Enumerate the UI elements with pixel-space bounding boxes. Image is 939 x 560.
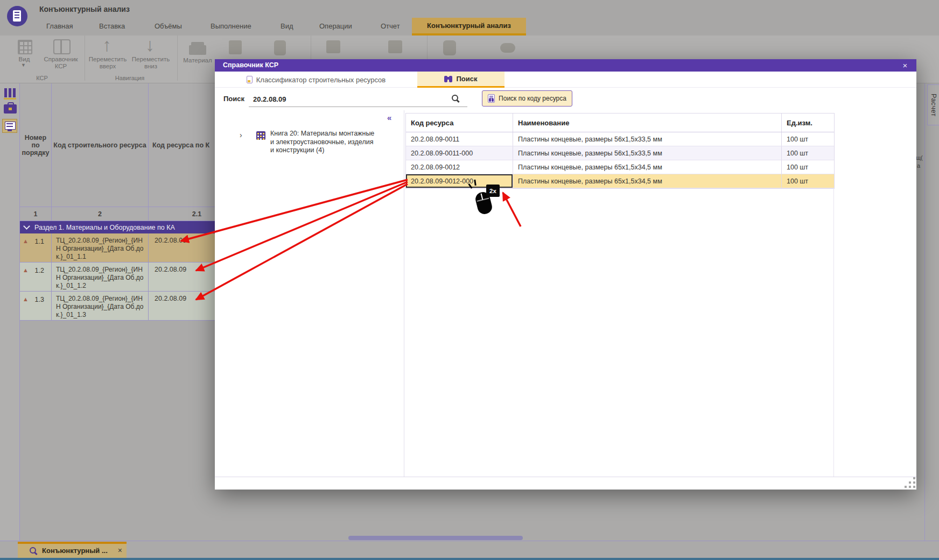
left-rail: [0, 83, 20, 541]
tree-node-book-20[interactable]: Книга 20: Материалы монтажные и электроу…: [270, 130, 378, 155]
result-name: Пластины концевые, размеры 56х1,5х33,5 м…: [513, 146, 782, 160]
rail-binders-icon[interactable]: [4, 88, 17, 99]
section-collapse-icon[interactable]: [23, 223, 30, 230]
right-panel-border: [924, 83, 925, 541]
title-bar: [0, 0, 939, 18]
ribbon-tab-home[interactable]: Главная: [46, 22, 73, 30]
clipped-column-text: а: [917, 162, 920, 169]
ribbon-tab-report[interactable]: Отчет: [381, 22, 400, 30]
toolbar-separator: [177, 36, 178, 81]
result-code: 20.2.08.09-0011-000: [406, 146, 513, 160]
tab-search-active[interactable]: Поиск: [417, 72, 504, 88]
toolbar-ghost-icon: [274, 40, 286, 55]
result-name: Пластины концевые, размеры 65х1,5х34,5 м…: [513, 174, 782, 188]
results-row[interactable]: 20.2.08.09-0012 Пластины концевые, разме…: [406, 160, 834, 174]
row-resource-name: ТЦ_20.2.08.09_{Регион}_{ИНН Организации}…: [52, 233, 149, 262]
bottom-divider: [0, 541, 939, 541]
arrow-up-icon: ↑: [102, 34, 111, 55]
results-col-name[interactable]: Наименование: [513, 114, 782, 132]
view-grid-icon: [18, 40, 32, 54]
book-grid-icon: [256, 131, 265, 140]
ribbon-tab-volumes[interactable]: Объёмы: [155, 22, 182, 30]
double-click-badge: 2x: [486, 185, 500, 197]
toolbar-ghost-icon: [443, 40, 456, 55]
tab-search-label: Поиск: [456, 75, 477, 83]
view-button[interactable]: Вид ▼: [11, 36, 38, 73]
row-number: 1.3: [35, 296, 44, 303]
warning-icon: ▲: [23, 296, 29, 302]
view-dropdown-caret-icon: ▼: [21, 62, 26, 68]
ksr-reference-label: Справочник КСР: [42, 56, 80, 70]
result-unit: 100 шт: [782, 132, 834, 146]
col-number-2: 2: [52, 207, 149, 221]
result-name: Пластины концевые, размеры 56х1,5х33,5 м…: [513, 132, 782, 146]
resize-grip[interactable]: [913, 486, 915, 488]
section-title: Раздел 1. Материалы и Оборудование по КА: [34, 224, 175, 231]
results-row[interactable]: 20.2.08.09-0011-000 Пластины концевые, р…: [406, 146, 834, 160]
move-up-button[interactable]: ↑ Переместить вверх: [86, 36, 129, 79]
move-down-label: Переместить вниз: [129, 56, 172, 70]
doc-binoculars-icon: [488, 94, 495, 103]
ribbon-tab-view[interactable]: Вид: [281, 22, 293, 30]
toolbar-group-ksr: КСР: [20, 75, 64, 81]
result-name: Пластины концевые, размеры 65х1,5х34,5 м…: [513, 160, 782, 174]
results-col-code[interactable]: Код ресурса: [406, 114, 513, 132]
binoculars-icon: [444, 76, 452, 82]
tree-expander-icon[interactable]: ›: [240, 131, 242, 139]
search-by-code-label: Поиск по коду ресурса: [499, 95, 566, 102]
results-header-row: Код ресурса Наименование Ед.изм.: [406, 114, 834, 132]
tab-classifier-label: Классификатор строительных ресурсов: [256, 76, 386, 84]
results-col-unit[interactable]: Ед.изм.: [782, 114, 834, 132]
toolbar-separator: [85, 36, 85, 81]
rail-report-icon-selected[interactable]: [2, 119, 17, 133]
toolbar-ghost-icon: [326, 40, 340, 53]
window-title: Конъюнктурный анализ: [39, 5, 130, 13]
col-header-resource-code[interactable]: Код строительного ресурса: [52, 83, 149, 207]
row-number: 1.2: [35, 267, 44, 274]
screen: Конъюнктурный анализ Главная Вставка Объ…: [0, 0, 939, 560]
ribbon-tab-operations[interactable]: Операции: [319, 22, 352, 30]
horizontal-scrollbar-thumb[interactable]: [348, 536, 523, 540]
material-icon: [191, 42, 204, 52]
collapse-tree-icon[interactable]: «: [387, 113, 391, 122]
ksr-reference-button[interactable]: Справочник КСР: [42, 36, 80, 79]
warning-icon: ▲: [23, 238, 29, 244]
ribbon-tab-insert[interactable]: Вставка: [99, 22, 125, 30]
status-strip: [0, 558, 939, 560]
dialog-header[interactable]: Справочник КСР ×: [215, 59, 916, 72]
dialog-tab-bar: Классификатор строительных ресурсов Поис…: [215, 72, 916, 88]
col-header-number[interactable]: Номер по порядку: [20, 83, 52, 207]
clipped-column-text: щ(: [916, 154, 923, 161]
dialog-close-icon[interactable]: ×: [899, 60, 912, 71]
ksr-reference-dialog: Справочник КСР × Классификатор строитель…: [215, 59, 916, 490]
results-table: Код ресурса Наименование Ед.изм. 20.2.08…: [405, 113, 835, 189]
tab-calculation-vertical[interactable]: Расчет: [927, 84, 939, 125]
search-icon[interactable]: [452, 95, 459, 102]
result-unit: 100 шт: [782, 160, 834, 174]
magnifier-icon: [30, 547, 37, 555]
tab-calculation-label: Расчет: [930, 94, 937, 117]
bottom-document-tab[interactable]: Конъюнктурный ... ×: [18, 542, 127, 558]
tab-classifier[interactable]: Классификатор строительных ресурсов: [215, 72, 417, 88]
row-number: 1.1: [35, 238, 44, 245]
rail-briefcase-icon[interactable]: [4, 104, 17, 114]
search-input[interactable]: [249, 91, 467, 107]
ribbon-tab-market-analysis-active[interactable]: Конъюнктурный анализ: [412, 18, 526, 36]
app-logo-icon[interactable]: [7, 6, 27, 26]
results-row[interactable]: 20.2.08.09-0011 Пластины концевые, разме…: [406, 132, 834, 146]
toolbar-ghost-icon: [500, 43, 515, 53]
classifier-doc-icon: [247, 76, 253, 83]
ribbon-tab-execution[interactable]: Выполнение: [211, 22, 251, 30]
move-up-label: Переместить вверх: [86, 56, 129, 70]
bottom-tab-close-icon[interactable]: ×: [118, 546, 122, 555]
move-down-button[interactable]: ↓ Переместить вниз: [129, 36, 172, 79]
material-button[interactable]: Материал: [180, 36, 215, 73]
toolbar-ghost-icon: [388, 40, 402, 53]
toolbar-group-navigation: Навигация: [103, 75, 157, 81]
result-code: 20.2.08.09-0012: [406, 160, 513, 174]
search-label: Поиск: [223, 95, 244, 103]
search-by-code-button[interactable]: Поиск по коду ресурса: [482, 90, 572, 107]
tree-results-divider[interactable]: [404, 110, 404, 477]
result-code: 20.2.08.09-0011: [406, 132, 513, 146]
dialog-title: Справочник КСР: [223, 61, 278, 69]
